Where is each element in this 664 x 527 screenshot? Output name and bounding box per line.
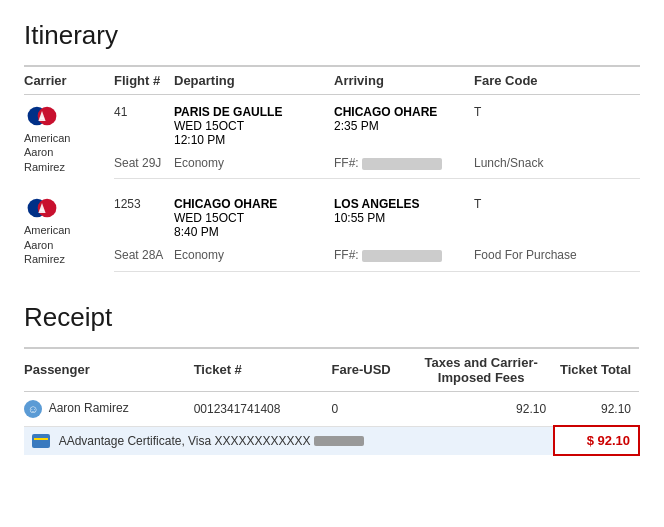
carrier-cell-1: American Aaron Ramirez [24,95,114,179]
class-2: Economy [174,246,334,271]
fare-code-1: T [474,95,640,154]
rcol-taxes: Taxes and Carrier-Imposed Fees [416,348,554,392]
rcol-ticket: Ticket # [194,348,332,392]
flight-row-1: American Aaron Ramirez 41 PARIS DE GAULL… [24,95,640,154]
meal-1: Lunch/Snack [474,154,640,179]
flight-info-row-1: Seat 29J Economy FF#: Lunch/Snack [24,154,640,179]
passenger-name: Aaron Ramirez [49,401,129,415]
flight-num-2: 1253 [114,187,174,246]
rcol-passenger: Passenger [24,348,194,392]
seat-1: Seat 29J [114,154,174,179]
aa-logo-icon-2 [24,197,60,219]
carrier-name-1: American Aaron Ramirez [24,131,70,174]
arriving-2: LOS ANGELES 10:55 PM [334,187,474,246]
ff-number-2 [362,250,442,262]
flight-num-1: 41 [114,95,174,154]
total-cell: 92.10 [554,391,639,426]
seat-2: Seat 28A [114,246,174,271]
class-1: Economy [174,154,334,179]
payment-total: $ 92.10 [554,426,639,455]
spacer-row [24,179,640,188]
fare-cell: 0 [331,391,416,426]
credit-card-icon [32,434,50,448]
carrier-cell-2: American Aaron Ramirez [24,187,114,271]
carrier-name-2: American Aaron Ramirez [24,223,70,266]
receipt-title: Receipt [24,302,640,333]
ff-number-1 [362,158,442,170]
ff-1: FF#: [334,154,474,179]
taxes-cell: 92.10 [416,391,554,426]
payment-row: AAdvantage Certificate, Visa XXXXXXXXXXX… [24,426,639,455]
itinerary-table: Carrier Flight # Departing Arriving Fare… [24,65,640,272]
col-farecode: Fare Code [474,66,640,95]
col-arriving: Arriving [334,66,474,95]
receipt-section: Receipt Passenger Ticket # Fare-USD Taxe… [24,302,640,457]
col-carrier: Carrier [24,66,114,95]
departing-1: PARIS DE GAULLE WED 15OCT 12:10 PM [174,95,334,154]
fare-code-2: T [474,187,640,246]
itinerary-title: Itinerary [24,20,640,51]
payment-description: AAdvantage Certificate, Visa XXXXXXXXXXX… [24,426,554,455]
departing-2: CHICAGO OHARE WED 15OCT 8:40 PM [174,187,334,246]
aa-logo-icon [24,105,60,127]
passenger-row: ☺ Aaron Ramirez 0012341741408 0 92.10 92… [24,391,639,426]
col-flight: Flight # [114,66,174,95]
col-departing: Departing [174,66,334,95]
meal-2: Food For Purchase [474,246,640,271]
passenger-name-cell: ☺ Aaron Ramirez [24,391,194,426]
card-blurred [314,436,364,446]
ff-2: FF#: [334,246,474,271]
rcol-total: Ticket Total [554,348,639,392]
receipt-table: Passenger Ticket # Fare-USD Taxes and Ca… [24,347,640,457]
ticket-num-cell: 0012341741408 [194,391,332,426]
flight-info-row-2: Seat 28A Economy FF#: Food For Purchase [24,246,640,271]
flight-row-2: American Aaron Ramirez 1253 CHICAGO OHAR… [24,187,640,246]
rcol-fare: Fare-USD [331,348,416,392]
arriving-1: CHICAGO OHARE 2:35 PM [334,95,474,154]
passenger-icon: ☺ [24,400,42,418]
